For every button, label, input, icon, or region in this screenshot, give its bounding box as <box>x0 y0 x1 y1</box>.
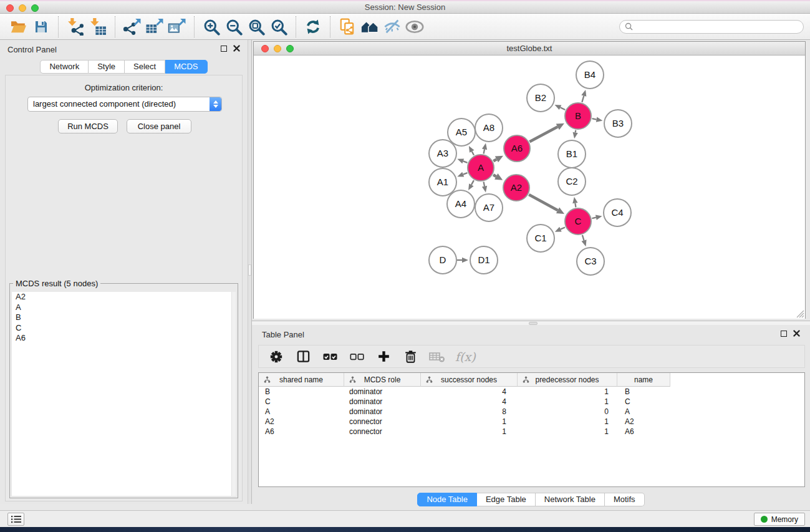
export-network-button[interactable] <box>121 16 143 38</box>
table-row[interactable]: A2connector11A2 <box>259 417 804 427</box>
graph-edge-A-A4[interactable] <box>468 180 474 190</box>
graph-node-A4[interactable]: A4 <box>447 190 475 218</box>
graph-edge-A6-B[interactable] <box>529 123 564 142</box>
tab-motifs[interactable]: Motifs <box>605 493 645 506</box>
import-table-button[interactable] <box>87 16 109 38</box>
graph-node-B[interactable]: B <box>565 103 591 129</box>
graph-node-B3[interactable]: B3 <box>604 110 632 137</box>
tab-edge-table[interactable]: Edge Table <box>477 493 536 506</box>
table-row[interactable]: Adominator80A <box>259 407 804 417</box>
horizontal-splitter[interactable] <box>252 321 810 325</box>
column-header-successor-nodes[interactable]: successor nodes <box>421 373 518 387</box>
graph-node-C1[interactable]: C1 <box>527 225 554 252</box>
float-panel-icon[interactable] <box>221 46 227 52</box>
add-column-button[interactable] <box>375 348 392 365</box>
column-header-predecessor-nodes[interactable]: predecessor nodes <box>518 373 617 387</box>
graph-node-B1[interactable]: B1 <box>558 140 586 168</box>
graph-edge-A-A5[interactable] <box>469 146 474 155</box>
column-header-shared-name[interactable]: shared name <box>259 373 344 387</box>
minimize-window-button[interactable] <box>274 45 281 52</box>
table-row[interactable]: Cdominator41C <box>259 397 804 407</box>
task-history-button[interactable] <box>7 513 24 526</box>
maximize-window-button[interactable] <box>31 4 39 12</box>
select-all-columns-button[interactable] <box>321 348 339 365</box>
delete-table-button[interactable] <box>428 348 446 365</box>
tab-node-table[interactable]: Node Table <box>417 493 477 506</box>
graph-edge-A-A6[interactable] <box>493 156 503 163</box>
resize-grip-icon[interactable] <box>796 310 804 318</box>
open-session-button[interactable] <box>7 16 30 38</box>
zoom-fit-button[interactable] <box>245 16 268 38</box>
graph-edge-C-C1[interactable] <box>555 227 565 232</box>
tab-select[interactable]: Select <box>125 60 165 74</box>
maximize-window-button[interactable] <box>286 45 294 52</box>
column-header-MCDS-role[interactable]: MCDS role <box>344 373 421 387</box>
tab-style[interactable]: Style <box>89 60 125 74</box>
tab-network-table[interactable]: Network Table <box>536 493 605 506</box>
network-graph[interactable]: B4B2BB3A8A5A6A3B1AA1C2A2A4A7C4CC1C3DD1 <box>254 56 805 319</box>
graph-edge-B-B4[interactable] <box>581 90 586 102</box>
deselect-all-columns-button[interactable] <box>348 348 365 365</box>
table-row[interactable]: Bdominator41B <box>259 387 804 397</box>
graph-node-C3[interactable]: C3 <box>577 248 604 275</box>
mcds-result-item[interactable]: C <box>12 323 236 334</box>
graph-edge-C-C4[interactable] <box>592 215 602 220</box>
float-panel-icon[interactable] <box>781 331 787 337</box>
column-header-name[interactable]: name <box>617 373 670 387</box>
graph-node-A3[interactable]: A3 <box>429 140 456 167</box>
zoom-in-button[interactable] <box>200 16 223 38</box>
close-window-button[interactable] <box>261 45 269 52</box>
zoom-out-button[interactable] <box>223 16 245 38</box>
graph-edge-A-A8[interactable] <box>482 143 487 153</box>
first-neighbors-button[interactable] <box>359 16 381 38</box>
graph-node-C2[interactable]: C2 <box>558 168 586 195</box>
memory-button[interactable]: Memory <box>754 513 805 526</box>
graph-node-A6[interactable]: A6 <box>504 135 530 162</box>
delete-column-button[interactable] <box>402 348 419 365</box>
splitter-grip[interactable] <box>248 264 251 276</box>
graph-node-A7[interactable]: A7 <box>475 194 503 221</box>
export-image-button[interactable] <box>166 16 188 38</box>
tab-network[interactable]: Network <box>40 60 89 74</box>
graph-edge-B-B3[interactable] <box>592 117 603 122</box>
graph-edge-C-C2[interactable] <box>572 197 577 208</box>
graph-node-A5[interactable]: A5 <box>448 118 475 146</box>
mcds-result-item[interactable]: B <box>12 312 236 323</box>
mcds-result-item[interactable]: A6 <box>12 333 236 344</box>
graph-edge-C-C3[interactable] <box>582 235 587 246</box>
graph-node-C4[interactable]: C4 <box>604 199 631 226</box>
minimize-window-button[interactable] <box>19 4 26 12</box>
zoom-selected-button[interactable] <box>268 16 290 38</box>
close-panel-icon[interactable] <box>793 330 800 337</box>
graph-node-A[interactable]: A <box>468 155 494 181</box>
graph-edge-B-B2[interactable] <box>555 105 566 110</box>
graph-node-C[interactable]: C <box>565 208 591 235</box>
close-panel-button[interactable]: Close panel <box>127 119 191 133</box>
table-settings-button[interactable] <box>268 348 285 365</box>
graph-edge-A-A1[interactable] <box>457 172 467 177</box>
mcds-result-item[interactable]: A <box>12 302 236 313</box>
clone-network-button[interactable] <box>336 16 359 38</box>
tab-mcds[interactable]: MCDS <box>165 60 207 74</box>
graph-edge-A-A2[interactable] <box>493 173 503 180</box>
save-session-button[interactable] <box>30 16 52 38</box>
apply-layout-button[interactable] <box>302 16 324 38</box>
graph-node-A2[interactable]: A2 <box>503 175 529 201</box>
hide-selected-button[interactable] <box>381 16 403 38</box>
optimization-criterion-select[interactable]: largest connected component (directed) <box>27 97 222 112</box>
export-table-button[interactable] <box>143 16 166 38</box>
graph-edge-A2-C[interactable] <box>529 195 564 214</box>
vertical-splitter[interactable] <box>248 40 252 504</box>
table-row[interactable]: A6connector11A6 <box>259 427 804 437</box>
graph-node-B2[interactable]: B2 <box>527 84 554 112</box>
graph-edge-B-B1[interactable] <box>573 130 578 139</box>
close-window-button[interactable] <box>6 4 14 12</box>
function-builder-button[interactable]: f(x) <box>455 348 476 365</box>
graph-edge-A-A7[interactable] <box>482 182 487 193</box>
mcds-list-scrollbar[interactable] <box>231 292 236 496</box>
search-input[interactable] <box>636 22 798 31</box>
graph-edge-D-D1[interactable] <box>457 258 468 263</box>
close-panel-icon[interactable] <box>233 45 240 52</box>
graph-node-D1[interactable]: D1 <box>470 246 498 274</box>
graph-node-B4[interactable]: B4 <box>576 61 604 89</box>
